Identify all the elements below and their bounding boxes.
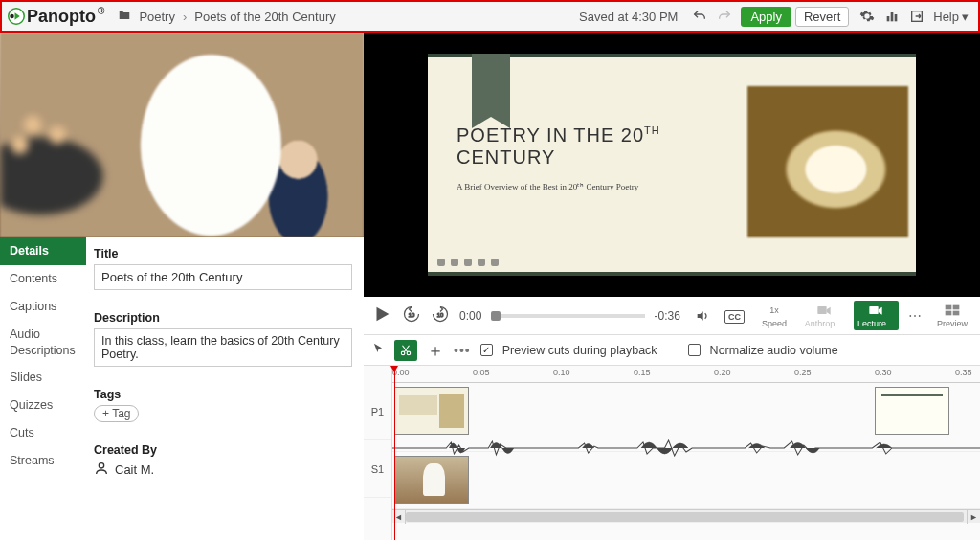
svg-rect-10 — [870, 306, 879, 314]
left-column: Details Contents Captions Audio Descript… — [0, 33, 364, 540]
details-form: Title Description In this class, learn t… — [86, 237, 364, 540]
svg-rect-2 — [887, 16, 890, 21]
ribbon-icon — [472, 54, 510, 117]
help-menu[interactable]: Help▾ — [929, 10, 972, 24]
track-label-p1: P1 — [364, 383, 391, 440]
slide-preview[interactable]: POETRY IN THE 20THCENTURY A Brief Overvi… — [364, 33, 980, 297]
title-input[interactable] — [94, 264, 352, 290]
preview-cuts-checkbox[interactable] — [480, 344, 493, 356]
presenter-video[interactable] — [0, 33, 364, 237]
settings-button[interactable] — [855, 4, 880, 29]
volume-button[interactable] — [690, 304, 715, 328]
play-button[interactable] — [371, 304, 392, 327]
playhead[interactable] — [394, 366, 395, 540]
creator-name: Cait M. — [115, 462, 154, 477]
description-label: Description — [94, 311, 352, 325]
chevron-right-icon: › — [183, 10, 187, 24]
sidebar-item-captions[interactable]: Captions — [0, 293, 86, 321]
more-tools-button[interactable]: ••• — [454, 343, 471, 358]
tags-label: Tags — [94, 388, 352, 401]
svg-rect-3 — [891, 12, 894, 21]
top-bar: Panopto® Poetry › Poets of the 20th Cent… — [0, 0, 980, 33]
breadcrumb: Poetry › Poets of the 20th Century — [118, 9, 335, 25]
timeline: P1 S1 0:00 0:05 0:10 0:15 0:20 0:25 0:30… — [364, 366, 980, 540]
person-icon — [94, 461, 109, 479]
grid-icon — [945, 303, 960, 318]
clip-thumbnail[interactable] — [875, 387, 949, 435]
time-ruler[interactable]: 0:00 0:05 0:10 0:15 0:20 0:25 0:30 0:35 — [392, 366, 980, 383]
slide-mini-controls — [437, 259, 499, 266]
sidebar-item-streams[interactable]: Streams — [0, 447, 86, 475]
main-layout: Details Contents Captions Audio Descript… — [0, 33, 980, 540]
scroll-right-icon[interactable]: ► — [967, 510, 980, 524]
slide-content: POETRY IN THE 20THCENTURY A Brief Overvi… — [428, 54, 916, 276]
edit-toolbar: ＋ ••• Preview cuts during playback Norma… — [364, 335, 980, 366]
slide-subtitle: A Brief Overview of the Best in 20ᵗʰ Cen… — [457, 182, 724, 191]
add-tag-button[interactable]: + Tag — [94, 405, 139, 422]
svg-rect-14 — [953, 311, 960, 316]
captions-button[interactable]: CC — [724, 308, 745, 323]
apply-button[interactable]: Apply — [741, 7, 791, 27]
caret-down-icon: ▾ — [962, 10, 969, 24]
right-column: POETRY IN THE 20THCENTURY A Brief Overvi… — [364, 33, 980, 540]
svg-rect-4 — [895, 14, 898, 21]
panopto-logo-icon — [8, 8, 25, 25]
svg-rect-12 — [953, 305, 960, 310]
seek-bar[interactable] — [491, 314, 644, 318]
add-button[interactable]: ＋ — [427, 339, 444, 362]
folder-icon — [118, 9, 131, 25]
sidebar-item-cuts[interactable]: Cuts — [0, 419, 86, 447]
brand-name: Panopto — [27, 7, 96, 27]
clip-thumbnail[interactable] — [394, 387, 469, 435]
stats-button[interactable] — [880, 4, 904, 29]
cut-tool[interactable] — [394, 340, 417, 361]
sidebar-item-quizzes[interactable]: Quizzes — [0, 392, 86, 419]
svg-point-6 — [99, 463, 103, 468]
slide-image — [747, 86, 908, 237]
title-label: Title — [94, 247, 352, 260]
description-input[interactable]: In this class, learn the basics of 20th … — [94, 328, 352, 367]
source-a-button[interactable]: Anthrop… — [804, 303, 844, 328]
preview-button[interactable]: Preview — [932, 303, 972, 328]
sidebar-item-details[interactable]: Details — [0, 237, 86, 265]
details-panel: Details Contents Captions Audio Descript… — [0, 237, 364, 540]
skip-forward-10-button[interactable]: 10 — [431, 304, 450, 326]
export-button[interactable] — [904, 4, 929, 29]
breadcrumb-title[interactable]: Poets of the 20th Century — [194, 10, 335, 24]
speed-control[interactable]: 1xSpeed — [754, 303, 794, 328]
remaining-time: -0:36 — [655, 309, 680, 323]
pointer-tool[interactable] — [371, 342, 385, 358]
track-p1[interactable] — [392, 383, 980, 452]
skip-back-10-button[interactable]: 10 — [402, 304, 421, 326]
sidebar-item-slides[interactable]: Slides — [0, 364, 86, 392]
more-sources-button[interactable]: ⋯ — [908, 308, 923, 324]
redo-button[interactable] — [712, 4, 737, 29]
svg-rect-9 — [817, 306, 826, 314]
editor-sidebar: Details Contents Captions Audio Descript… — [0, 237, 86, 540]
horizontal-scrollbar[interactable]: ◄ ► — [392, 509, 980, 523]
svg-text:10: 10 — [437, 312, 444, 318]
sidebar-item-contents[interactable]: Contents — [0, 265, 86, 293]
clip-thumbnail[interactable] — [394, 456, 469, 504]
track-s1[interactable] — [392, 452, 980, 509]
revert-button[interactable]: Revert — [795, 7, 849, 27]
created-by-label: Created By — [94, 443, 352, 457]
tracks-area[interactable]: 0:00 0:05 0:10 0:15 0:20 0:25 0:30 0:35 — [392, 366, 980, 540]
svg-text:10: 10 — [409, 312, 415, 318]
svg-rect-11 — [946, 305, 952, 310]
brand-logo[interactable]: Panopto® — [8, 7, 104, 27]
camera-icon — [868, 303, 883, 318]
current-time: 0:00 — [459, 309, 481, 323]
normalize-label: Normalize audio volume — [710, 344, 838, 357]
source-b-button[interactable]: Lecture… — [854, 301, 899, 330]
player-controls: 10 10 0:00 -0:36 CC 1xSpeed Anthrop… Lec… — [364, 297, 980, 335]
track-label-s1: S1 — [364, 440, 391, 498]
preview-cuts-label: Preview cuts during playback — [502, 344, 657, 357]
sidebar-item-audio-descriptions[interactable]: Audio Descriptions — [0, 321, 86, 365]
normalize-checkbox[interactable] — [688, 344, 701, 356]
breadcrumb-folder[interactable]: Poetry — [139, 10, 175, 24]
undo-button[interactable] — [687, 4, 712, 29]
camera-icon — [816, 303, 832, 318]
creator-row: Cait M. — [94, 461, 352, 479]
svg-point-1 — [10, 14, 14, 19]
